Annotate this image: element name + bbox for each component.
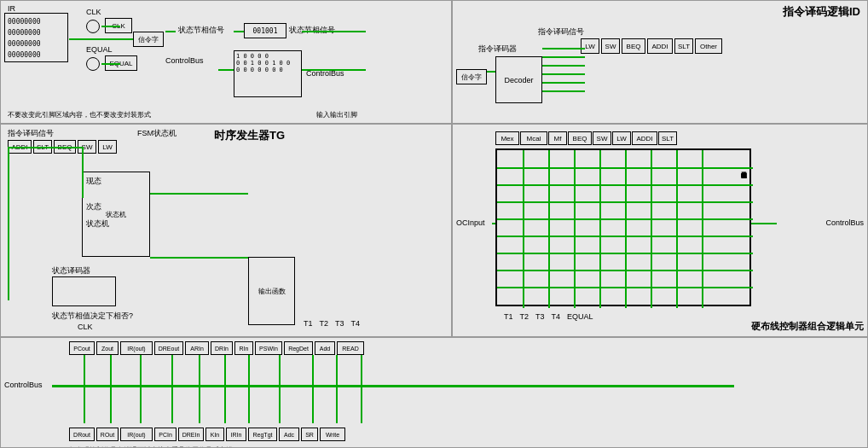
state-signal-left: 状态节相信号 (178, 25, 224, 36)
state-decoder-label: 状态译码器 (52, 265, 90, 276)
irin-box: IRIn (226, 428, 246, 441)
bottom-section: PCout Zout IR(out) DREout ARIn DRIn RIn … (0, 337, 868, 448)
clk-ml: CLK (78, 323, 93, 331)
instruction-box-right: 信令字 (456, 69, 487, 84)
green-h-line-3 (234, 31, 244, 32)
v-bot-2 (110, 355, 112, 423)
write-box: Write (320, 428, 345, 441)
h-logic-5 (497, 236, 753, 237)
equal-label: EQUAL (86, 45, 113, 54)
mex-mr: Mex (495, 131, 519, 145)
mcal-mr: Mcal (520, 131, 547, 145)
drin-box: DRIn (211, 341, 233, 355)
instruction-signal-label: 指令译码信号 (538, 26, 584, 38)
v-bot-6 (224, 355, 226, 423)
h-logic-7 (497, 270, 753, 271)
v-bot-10 (336, 355, 338, 423)
t3-mr: T3 (535, 312, 545, 321)
oc-line (492, 223, 495, 224)
fsm-label: FSM状态机 (137, 128, 176, 139)
beq-box: BEQ (622, 38, 645, 54)
regtgt-box: RegTgt (248, 428, 277, 441)
pcout-box: PCout (69, 341, 95, 355)
oc-input-label: OCInput (456, 218, 485, 227)
v-bot-9 (312, 355, 314, 423)
pcin-box: PCIn (154, 428, 176, 441)
green-h-line-2 (165, 31, 176, 32)
v-logic-6 (651, 150, 652, 308)
mr-title: 硬布线控制器组合逻辑单元 (751, 320, 864, 333)
rout-box: ROut (96, 428, 119, 441)
pswin-box: PSWIn (255, 341, 282, 355)
bottom-top-signals: PCout Zout IR(out) DREout ARIn DRIn RIn … (69, 341, 364, 355)
v-bot-11 (361, 355, 362, 423)
t1-mr: T1 (504, 312, 513, 321)
v-bot-4 (171, 355, 173, 423)
t4: T4 (351, 319, 361, 328)
note1: 不要改变此引脚区域内容，也不要改变封装形式 (8, 110, 151, 119)
middle-right-panel: 硬布线控制器组合逻辑单元 Mex Mcal Mf BEQ SW LW ADDI … (452, 124, 868, 337)
sr-box: SR (301, 428, 318, 441)
note2: 输入输出引脚 (316, 110, 357, 119)
state-decoder-box (52, 276, 116, 306)
h-logic-1 (497, 167, 753, 169)
dec-line-slt (542, 82, 585, 84)
lw-ml: LW (98, 140, 117, 154)
state-machine-label: 状态机 (106, 210, 126, 219)
top-section: IR 00000000 00000000 00000000 00000000 C… (0, 0, 868, 124)
drein-box: DREIn (178, 428, 204, 441)
h-logic-8 (497, 287, 753, 288)
t-labels: T1 T2 T3 T4 (304, 319, 360, 328)
equal-green-line (101, 63, 120, 65)
slt-box: SLT (674, 38, 693, 54)
drout-box: DRout (69, 428, 95, 441)
v-logic-3 (574, 150, 576, 308)
v-bot-5 (199, 355, 200, 423)
middle-left-panel: 指令译码信号 FSM状态机 时序发生器TG ADDI SLT BEQ SW LW… (0, 124, 452, 337)
dec-line-sw (542, 56, 585, 58)
v-logic-2 (548, 150, 550, 308)
fsm-inner-label: 状态机 (86, 218, 109, 230)
kin-box: KIn (205, 428, 224, 441)
v-bot-7 (248, 355, 250, 423)
v-logic-5 (625, 150, 627, 308)
clk-circle (86, 20, 100, 33)
ir-box (4, 13, 68, 62)
middle-section: 指令译码信号 FSM状态机 时序发生器TG ADDI SLT BEQ SW LW… (0, 124, 868, 337)
v-bot-1 (84, 355, 85, 423)
top-right-title: 指令译码逻辑ID (783, 4, 860, 20)
v-logic-1 (523, 150, 524, 308)
signal-boxes: LW SW BEQ ADDI SLT Other (581, 38, 722, 54)
h-green-ml-1 (8, 147, 83, 148)
h-logic-6 (497, 253, 753, 254)
equal-circle (86, 57, 100, 71)
v-bot-8 (279, 355, 281, 423)
v-logic-7 (676, 150, 678, 308)
rin-box: RIn (234, 341, 253, 355)
h-logic-4 (497, 218, 753, 220)
t2: T2 (320, 319, 329, 328)
main-container: IR 00000000 00000000 00000000 00000000 C… (0, 0, 868, 448)
current-state: 现态 (86, 176, 101, 187)
h-green-ml-4 (150, 257, 248, 259)
sw-mr: SW (593, 131, 611, 145)
adc-box: Adc (279, 428, 299, 441)
cb-line (751, 223, 777, 224)
slt-mr: SLT (658, 131, 677, 145)
green-h-line-6 (302, 69, 366, 71)
h-logic-3 (497, 201, 753, 203)
zout-box: Zout (96, 341, 119, 355)
control-bits-box: 1 0 0 0 0 0 0 1 0 0 1 0 0 0 0 0 0 0 0 0 (234, 50, 302, 97)
state-bits-box: 001001 (244, 23, 286, 38)
dec-line-beq (542, 65, 585, 67)
read-box: READ (337, 341, 364, 355)
decoder-label: 指令译码器 (478, 44, 517, 55)
lw-mr: LW (612, 131, 631, 145)
addi-mr: ADDI (632, 131, 657, 145)
t3: T3 (335, 319, 344, 328)
dec-line-lw (542, 48, 585, 49)
v-logic-8 (702, 150, 703, 308)
ir-label: IR (8, 4, 15, 13)
v-logic-4 (599, 150, 601, 308)
t1: T1 (304, 319, 313, 328)
